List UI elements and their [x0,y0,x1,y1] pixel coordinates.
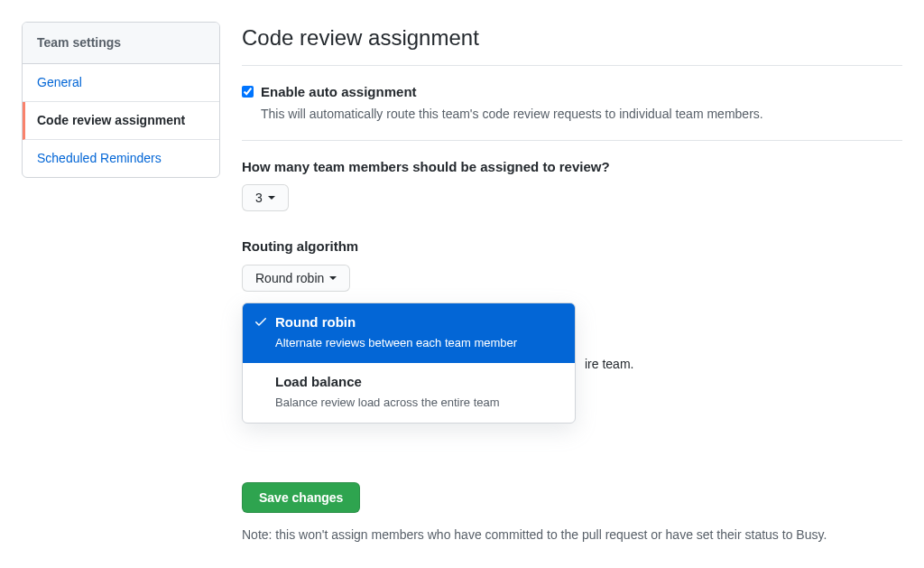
check-icon [254,314,268,334]
caret-down-icon [329,276,337,280]
sidebar-item-scheduled-reminders[interactable]: Scheduled Reminders [23,140,219,177]
assignment-note: Note: this won't assign members who have… [242,526,902,545]
main-content: Code review assignment Enable auto assig… [242,22,902,545]
routing-algorithm-label: Routing algorithm [242,237,902,257]
page-title: Code review assignment [242,22,902,54]
routing-algorithm-selected: Round robin [255,271,324,285]
enable-auto-assignment-label: Enable auto assignment [261,82,763,103]
routing-option-title: Load balance [275,372,562,393]
routing-algorithm-menu: Round robin Alternate reviews between ea… [242,303,576,424]
routing-option-desc: Alternate reviews between each team memb… [275,334,562,352]
sidebar: Team settings General Code review assign… [22,22,220,545]
divider [242,140,902,141]
routing-option-title: Round robin [275,312,562,333]
reviewer-count-dropdown[interactable]: 3 [242,184,289,211]
divider [242,65,902,66]
routing-option-load-balance[interactable]: Load balance Balance review load across … [243,363,575,423]
sidebar-item-code-review-assignment[interactable]: Code review assignment [23,102,219,140]
sidebar-header: Team settings [23,23,219,64]
routing-algorithm-dropdown[interactable]: Round robin [242,265,350,292]
caret-down-icon [268,196,275,200]
reviewer-count-label: How many team members should be assigned… [242,157,902,178]
obscured-text-fragment: ire team. [585,355,902,374]
enable-auto-assignment-checkbox[interactable] [242,86,254,98]
enable-auto-assignment-desc: This will automatically route this team'… [261,105,763,124]
save-changes-button[interactable]: Save changes [242,482,360,513]
sidebar-item-general[interactable]: General [23,64,219,102]
routing-option-desc: Balance review load across the entire te… [275,394,562,412]
routing-option-round-robin[interactable]: Round robin Alternate reviews between ea… [243,303,575,363]
reviewer-count-value: 3 [255,191,263,205]
